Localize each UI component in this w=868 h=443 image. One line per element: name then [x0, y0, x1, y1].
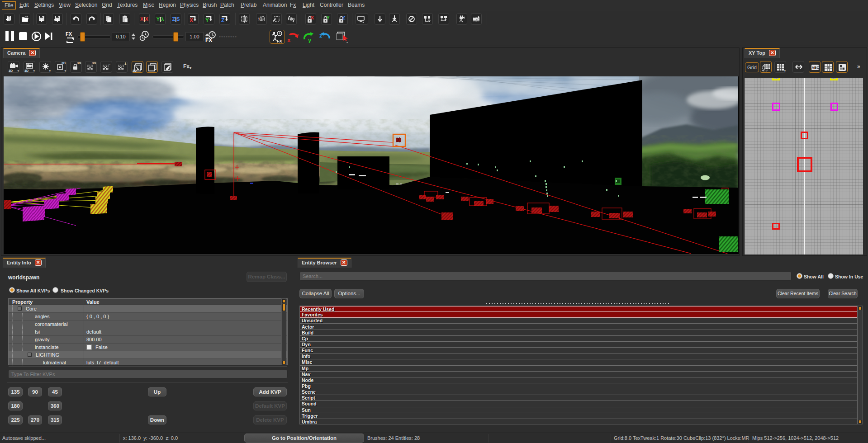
svg-text:z: z [319, 32, 323, 39]
svg-text:FX: FX [205, 37, 212, 43]
svg-text:X: X [311, 15, 314, 20]
svg-text:Z: Z [221, 17, 224, 23]
svg-text:ABC: ABC [812, 66, 820, 70]
svg-text:x: x [287, 37, 291, 43]
svg-text:X: X [190, 17, 193, 23]
svg-text:Y: Y [205, 17, 209, 23]
svg-text:1: 1 [258, 17, 260, 21]
svg-text:Z: Z [342, 15, 346, 20]
svg-text:Y: Y [327, 15, 330, 20]
svg-text:FX: FX [277, 39, 282, 43]
svg-text:FX: FX [66, 31, 72, 37]
svg-text:y: y [308, 37, 312, 43]
